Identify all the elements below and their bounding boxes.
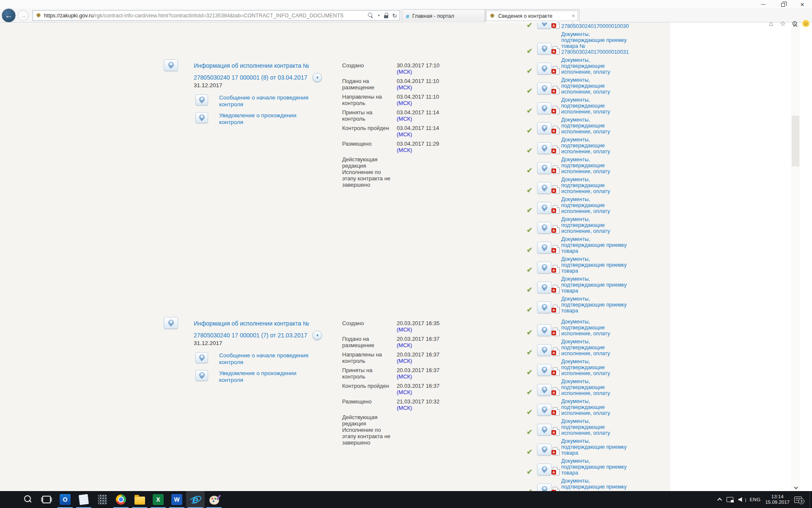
pdf-icon[interactable]: A [553,66,560,75]
certificate-icon[interactable] [537,301,551,313]
document-link[interactable]: Документы, подтверждающие исполнение, оп… [561,157,630,174]
network-icon[interactable] [727,497,734,502]
certificate-icon[interactable] [537,344,551,356]
document-link[interactable]: Документы, подтверждающие приемку товара [561,236,630,254]
expand-dropdown-button[interactable]: ▼ [313,331,322,340]
certificate-icon[interactable] [195,352,208,363]
pdf-icon[interactable]: A [553,367,560,376]
settings-gear-icon[interactable]: ⚙ [790,20,799,27]
favorites-star-icon[interactable]: ☆ [779,20,787,27]
pdf-icon[interactable]: A [553,447,560,456]
document-link[interactable]: Документы, подтверждающие приемку товара [561,296,630,314]
taskbar-button[interactable] [112,491,130,508]
document-link[interactable]: Документы, подтверждающие исполнение, оп… [561,97,630,115]
speaker-icon[interactable] [738,497,745,502]
refresh-icon[interactable]: ↻ [392,13,397,19]
pdf-icon[interactable]: A [553,106,560,114]
certificate-icon[interactable] [537,202,551,214]
pdf-icon[interactable]: A [553,348,560,356]
vertical-scrollbar[interactable] [791,22,800,491]
certificate-icon[interactable] [164,59,178,71]
contract-number-link[interactable]: 27805030240 17 000001 (8) от 03.04.2017 [194,74,307,81]
certificate-icon[interactable] [537,63,551,75]
control-link[interactable]: Сообщение о начале проведения контроля [219,94,314,108]
pdf-icon[interactable]: A [553,22,560,29]
pdf-icon[interactable]: A [553,166,560,174]
document-link[interactable]: Документы, подтверждающие приемку товара… [561,31,630,55]
certificate-icon[interactable] [537,464,551,475]
forward-button[interactable]: → [18,10,28,21]
pdf-icon[interactable]: A [553,46,560,55]
pdf-icon[interactable]: A [553,245,560,254]
tray-chevron-up-icon[interactable] [717,498,722,502]
clock[interactable]: 13:14 15.09.2017 [765,494,790,505]
certificate-icon[interactable] [537,222,551,234]
document-link[interactable]: Документы, подтверждающие исполнение, оп… [561,137,630,155]
tab-close-icon[interactable]: ✕ [572,14,575,18]
certificate-icon[interactable] [537,182,551,194]
pdf-icon[interactable]: A [553,86,560,94]
certificate-icon[interactable] [195,94,208,105]
certificate-icon[interactable] [195,112,208,123]
document-link[interactable]: Документы, подтверждающие приемку товара [561,458,630,476]
certificate-icon[interactable] [195,370,208,381]
document-link[interactable]: Документы, подтверждающие приемку товара… [561,22,630,29]
document-link[interactable]: Документы, подтверждающие приемку товара [561,256,630,274]
certificate-icon[interactable] [537,22,551,29]
tab-contract-info[interactable]: Сведения о контракте ✕ [485,9,579,22]
pdf-icon[interactable]: A [553,427,560,436]
taskbar-button[interactable]: X [149,491,167,508]
document-link[interactable]: Документы, подтверждающие исполнение, оп… [561,57,630,75]
certificate-icon[interactable] [537,242,551,254]
certificate-icon[interactable] [537,424,551,436]
document-link[interactable]: Документы, подтверждающие исполнение, оп… [561,177,630,194]
contract-info-link[interactable]: Информация об исполнении контракта № [194,320,325,328]
pdf-icon[interactable]: A [553,225,560,234]
document-link[interactable]: Документы, подтверждающие исполнение, оп… [561,359,630,376]
certificate-icon[interactable] [537,282,551,293]
pdf-icon[interactable]: A [553,265,560,273]
pdf-icon[interactable]: A [553,205,560,214]
document-link[interactable]: Документы, подтверждающие исполнение, оп… [561,398,630,416]
certificate-icon[interactable] [537,162,551,174]
certificate-icon[interactable] [537,404,551,416]
scroll-down-button[interactable] [791,484,800,491]
taskbar-button[interactable]: e [186,491,205,508]
certificate-icon[interactable] [537,483,551,491]
pdf-icon[interactable]: A [553,146,560,154]
home-icon[interactable]: ⌂ [767,20,775,27]
taskbar-button[interactable] [19,491,37,508]
certificate-icon[interactable] [537,142,551,154]
minimize-button[interactable]: — [754,0,773,9]
certificate-icon[interactable] [537,122,551,134]
certificate-icon[interactable] [537,262,551,273]
pdf-icon[interactable]: A [553,126,560,134]
pdf-icon[interactable]: A [553,285,560,293]
certificate-icon[interactable] [537,83,551,94]
document-link[interactable]: Документы, подтверждающие исполнение, оп… [561,319,630,337]
pdf-icon[interactable]: A [553,487,560,491]
address-bar[interactable]: https://zakupki.gov.ru/rgk/contract-info… [33,10,400,21]
close-button[interactable]: ✕ [793,0,812,9]
action-center-icon[interactable]: 3 [794,497,802,503]
certificate-icon[interactable] [537,444,551,456]
certificate-icon[interactable] [537,43,551,55]
pdf-icon[interactable]: A [553,185,560,194]
contract-number-link[interactable]: 27805030240 17 000001 (7) от 21.03.2017 [194,332,307,339]
control-link[interactable]: Уведомление о прохождении контроля [219,112,314,126]
certificate-icon[interactable] [164,317,178,329]
certificate-icon[interactable] [537,324,551,336]
control-link[interactable]: Сообщение о начале проведения контроля [219,352,314,366]
back-button[interactable]: ← [2,8,16,22]
feedback-smiley-icon[interactable]: ☺ [802,20,809,27]
certificate-icon[interactable] [537,102,551,114]
document-link[interactable]: Документы, подтверждающие приемку товара [561,478,630,491]
document-link[interactable]: Документы, подтверждающие исполнение, оп… [561,196,630,214]
control-link[interactable]: Уведомление о прохождении контроля [219,370,314,384]
document-link[interactable]: Документы, подтверждающие исполнение, оп… [561,216,630,234]
pdf-icon[interactable]: A [553,407,560,416]
taskbar-button[interactable] [130,491,149,508]
expand-dropdown-button[interactable]: ▼ [313,73,322,82]
tab-home-portal[interactable]: e Главная - портал [402,9,485,22]
restore-button[interactable] [773,0,793,9]
